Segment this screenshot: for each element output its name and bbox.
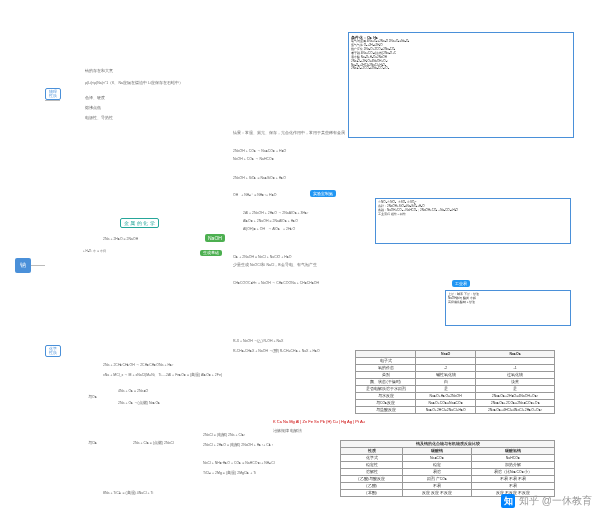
- panel-organic: 上层：碱液 下层：甘油 NaOH参与 酯类 水解 高级脂肪酸钠 + 甘油: [445, 290, 571, 326]
- mid-line-3: 工业流程 粗盐→精盐: [378, 213, 568, 217]
- rxn-ester: CH₃COOC₂H₅ + NaOH → CH₃COONa + CH₃CH₂OH: [230, 280, 322, 286]
- rxn-naoh-co2-1: 2NaOH + CO₂ → Na₂CO₃ + H₂O: [230, 148, 289, 154]
- rxn-na-cl2: 2Na + Cl₂ = (点燃) 2NaCl: [130, 440, 177, 446]
- top-branch-physical[interactable]: 物理性质: [45, 88, 61, 100]
- rxn-elim: R-CH₂-CH₂X + NaOH →(醇) R-CH=CH₂ + NaX + …: [230, 348, 323, 354]
- center-title[interactable]: 金 属 的 化 学: [120, 218, 159, 228]
- chem-branch[interactable]: 化学性质: [45, 345, 61, 357]
- activity-series: K Ca Na Mg Al | Zn Fe Sn Pb (H) Cu | Hg …: [270, 418, 368, 425]
- generate-tag[interactable]: 生成基础: [200, 250, 222, 256]
- label-mp: 熔沸点低: [82, 105, 104, 111]
- rxn-nacl-nh3: NaCl + NH₃·H₂O + CO₂ = NaHCO₃↓+ NH₄Cl: [200, 460, 278, 466]
- rxn-cl2-naoh: Cl₂ + 2NaOH = NaCl + NaClO + H₂O: [230, 254, 294, 260]
- label-conduct: 电源性、导热性: [82, 115, 116, 121]
- context-note: 情景：常温、紫光、保存，光合化作用中，常用于某些稀有金属: [230, 130, 348, 136]
- table-oxide: Na₂ONa₂O₂ 电子式 氧的价态-2-1 类别碱性氧化物过氧化物 颜、状态(…: [355, 350, 555, 414]
- lbl-o2: 与O₂: [85, 394, 100, 400]
- org-line-1: 高级脂肪酸钠 + 甘油: [448, 301, 568, 305]
- rxn-oh-nh4: OH⁻ + NH₄⁺ = NH₃↑+ H₂O: [230, 192, 279, 198]
- rxn-nacl-h2o: 2NaCl + 2H₂O = (电解) 2NaOH + H₂↑+ Cl₂↑: [200, 442, 276, 448]
- rxn-na2o-h2o: 2NaOH + SiO₂ = Na₂SiO₃ + H₂O: [230, 175, 289, 181]
- cmp-title: 钠及钠的化合物与有机物质反应比较: [341, 441, 555, 448]
- ox-h1: Na₂O: [416, 351, 476, 358]
- table-compare: 钠及钠的化合物与有机物质反应比较 性质碳酸钠碳酸氢钠 化学式Na₂CO₃NaHC…: [340, 440, 555, 497]
- rxn-na-h2o-sub: + H₂O↓ 水 = 水闸: [80, 248, 109, 254]
- rxn-thermite: 8Na + TiCl₄ = (高温) 4NaCl + Ti: [100, 490, 156, 496]
- watermark: 知 知乎 @一休教育: [501, 494, 592, 508]
- root-node[interactable]: 钠: [15, 258, 31, 273]
- rxn-hydrol: R-X + NaOH →(△) R-OH + NaX: [230, 338, 286, 344]
- ox-h2: Na₂O₂: [476, 351, 555, 358]
- zhihu-icon: 知: [501, 494, 515, 508]
- rxn-nacl-electro: 2NaCl = (电解) 2Na + Cl₂↑: [200, 432, 248, 438]
- tag-nh3[interactable]: 实验室制氨: [310, 190, 336, 197]
- activity-note: 冶炼规律 电解法: [270, 428, 305, 434]
- rxn-al-naoh: 2Al + 2NaOH + 2H₂O → 2NaAlO₂ + 3H₂↑: [240, 210, 312, 216]
- rxn-na-o2-2: 2Na + O₂ →(点燃) Na₂O₂: [115, 400, 163, 406]
- label-color: 色泽、硬度: [82, 95, 108, 101]
- cl-note: 少量生成 NaOCl 和 NaCl，B会导电、有气泡产生: [230, 262, 320, 268]
- panel-mid-right: ①NO₂ ②NO₃⁻③SO₃ ④SO₄²⁻ ⑤硅：2NaOH+SiO₂=Na₂S…: [375, 198, 571, 244]
- rxn-na-o2-1: 4Na + O₂ = 2Na₂O: [115, 388, 151, 394]
- formula-density: ρ(Li)<ρ(Na)<"1（K、Na应隔在煤油中 Li应保存在石蜡中）: [82, 80, 186, 86]
- panel-top-right: 条件化：O₂ H₂ 氧气与金属 4Na+O₂=2Na₂O 2Na+O₂=Na₂O…: [348, 32, 574, 138]
- rxn-naoh-co2-2: NaOH + CO₂ → NaHCO₃: [230, 156, 277, 162]
- label-exist: 钠的存在和大意: [82, 68, 116, 74]
- rxn-na-ethanol: 2Na + 2CH₃CH₂OH → 2CH₃CH₃ONa + H₂↑: [100, 362, 177, 368]
- tag-industry[interactable]: 工业易: [452, 280, 470, 287]
- rxn-ticl4: TiCl₄ + 2Mg = (高温) 2MgCl₂ + Ti: [200, 470, 259, 476]
- rxn-al2o3: Al₂O₃ + 2NaOH = 2NaAlO₂ + H₂O: [240, 218, 301, 224]
- naoh-node[interactable]: NaOH: [205, 234, 225, 242]
- lbl-cl2: 与Cl₂: [85, 440, 100, 446]
- rxn-na-h2o: 2Na + 2H₂O = 2NaOH: [100, 236, 141, 242]
- rxn-na-salt: xNa + MCl_x → M + xNaCl(M=Ni、Ti.....2Al …: [100, 372, 225, 378]
- rxn-aloh3: Al(OH)₃ + OH⁻ → AlO₂⁻ + 2H₂O: [240, 226, 298, 232]
- panel-line-7: 2Na₂O₂+2CO₂=2Na₂CO₃+O₂: [351, 67, 571, 71]
- watermark-text: 知乎 @一休教育: [519, 494, 592, 508]
